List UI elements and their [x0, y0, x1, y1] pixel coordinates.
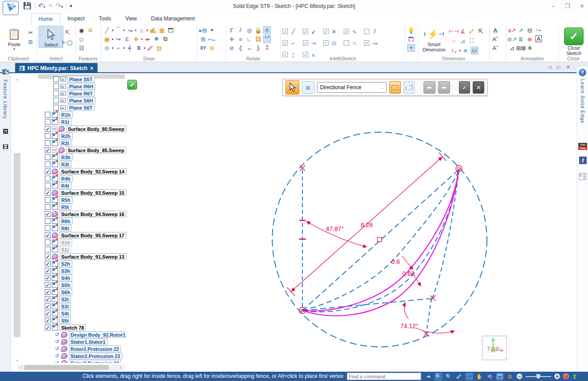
- visibility-checkbox[interactable]: ✓: [45, 296, 51, 302]
- selection-options-button[interactable]: 🗉: [302, 81, 314, 94]
- checkbox-center[interactable]: ✓: [323, 40, 329, 46]
- intellisketch-curve-toggle[interactable]: ✓∿: [344, 27, 363, 35]
- pathfinder-item[interactable]: ✓Surface Body_94.Sweep 16: [22, 210, 126, 217]
- visibility-checkbox[interactable]: ✓: [45, 303, 51, 309]
- pickpoint-icon[interactable]: ⌖: [208, 26, 216, 34]
- callout-box-icon[interactable]: ⊟: [526, 26, 534, 34]
- concentric-icon[interactable]: ◎: [245, 26, 253, 34]
- symmetric-icon[interactable]: ⦃: [236, 44, 244, 52]
- pattern-circle-icon[interactable]: ♽: [86, 26, 94, 34]
- dimension-style-icon[interactable]: ⛶: [468, 37, 476, 45]
- pathfinder-item[interactable]: S1h: [22, 239, 126, 246]
- application-button[interactable]: [3, 1, 19, 15]
- visibility-checkbox[interactable]: [45, 247, 51, 252]
- mirror-icon[interactable]: ⧗: [135, 44, 143, 52]
- pathfinder-item[interactable]: ✓S3h: [22, 267, 126, 274]
- feature-library-tab[interactable]: Feature Library: [3, 79, 8, 119]
- sketch-display-icon[interactable]: 🖽: [1, 127, 10, 136]
- checkbox-midpoint[interactable]: ✓: [303, 29, 308, 34]
- select-handle-icon[interactable]: ⊢▢: [63, 38, 71, 46]
- pathfinder-item[interactable]: ✓Sketch 78: [22, 324, 126, 331]
- close-button[interactable]: ✕: [580, 3, 584, 9]
- inside-fence-button[interactable]: [389, 81, 401, 94]
- revert-link-icon[interactable]: ↺: [54, 346, 60, 352]
- grid-icon[interactable]: ⊞: [199, 35, 207, 43]
- axis-icon[interactable]: ⌐⌙: [208, 35, 216, 43]
- community-icon[interactable]: S: [579, 173, 587, 180]
- pathfinder-item[interactable]: R1h: [22, 111, 126, 118]
- leader-icon[interactable]: a↗: [508, 26, 516, 34]
- zoom-area-icon[interactable]: 🔍: [435, 373, 442, 380]
- grid-options-icon[interactable]: ⊞: [208, 44, 216, 52]
- visibility-checkbox[interactable]: [45, 133, 51, 139]
- youtube-icon[interactable]: YouTube: [578, 143, 587, 150]
- checkbox-tangent-arc[interactable]: [344, 40, 349, 46]
- checkbox-intersection[interactable]: ✓: [323, 29, 329, 34]
- fit-icon[interactable]: ⛶: [466, 373, 473, 380]
- goto-icon[interactable]: ⇨: [52, 126, 57, 132]
- pan-icon[interactable]: ✋: [476, 373, 483, 380]
- tangent-icon[interactable]: ⊘: [227, 44, 235, 52]
- tips-icon[interactable]: 💡: [407, 26, 415, 34]
- pathfinder-item[interactable]: R4t: [22, 182, 126, 189]
- tab-scroll-left-icon[interactable]: ◁: [548, 64, 552, 70]
- rigid-set-icon[interactable]: 🖼: [254, 35, 262, 43]
- symmetry-axis-icon[interactable]: ⦄: [254, 44, 262, 52]
- pathfinder-item[interactable]: Plane R6T: [22, 90, 126, 97]
- edge-condition-icon[interactable]: ⊞⊠: [517, 44, 525, 52]
- revert-link-icon[interactable]: ↺: [54, 353, 60, 359]
- document-tab[interactable]: HPC Mbody.par: Sketch ×: [15, 63, 98, 73]
- center-point-marker[interactable]: [377, 237, 382, 242]
- visibility-checkbox[interactable]: ✓: [45, 275, 51, 281]
- dimension-length[interactable]: 8.28: [361, 221, 372, 228]
- intellisketch-parallel-toggle[interactable]: ⫽: [364, 27, 384, 35]
- copy-icon[interactable]: ⧉: [27, 38, 35, 46]
- zoom-slider[interactable]: [525, 376, 551, 377]
- visibility-checkbox[interactable]: [53, 76, 59, 82]
- tab-list-close-icon[interactable]: ✕: [566, 64, 570, 70]
- offset-icon[interactable]: Ɛ: [123, 35, 131, 43]
- smart-dimension-button[interactable]: ⊦⚡⊣ Smart Dimension: [420, 26, 448, 55]
- pathfinder-item[interactable]: R5t: [22, 203, 126, 210]
- wand-icon[interactable]: 🖉: [455, 373, 463, 380]
- visibility-checkbox[interactable]: ✓: [45, 261, 51, 267]
- visibility-checkbox[interactable]: [45, 140, 51, 146]
- axis-dimension-icon[interactable]: ✕: [462, 47, 470, 55]
- pathfinder-item[interactable]: Plane R6H: [22, 82, 126, 90]
- pathfinder-item[interactable]: ↺Stator1.Stator1: [22, 338, 126, 345]
- pathfinder-item[interactable]: ↺Rotor2.Protrusion 22: [22, 345, 126, 352]
- visibility-checkbox[interactable]: [53, 98, 59, 103]
- restore-button[interactable]: ❐: [564, 3, 570, 9]
- angle-dimension-arc-bottom-2[interactable]: [416, 328, 455, 333]
- visibility-checkbox[interactable]: ✓: [45, 147, 51, 153]
- balloon-icon[interactable]: ⊘↗: [508, 35, 516, 43]
- pathfinder-item[interactable]: S1t: [22, 246, 126, 253]
- xy-coordinate-icon[interactable]: XY: [199, 44, 207, 52]
- help-bubble-icon[interactable]: ?: [579, 69, 586, 76]
- rectangle-icon[interactable]: ▣: [103, 35, 111, 43]
- stretch-icon[interactable]: ⇹: [144, 35, 152, 43]
- arc-dimension-icon[interactable]: ⌢: [450, 37, 458, 45]
- intellisketch-midpoint-toggle[interactable]: ✓⇙: [303, 27, 322, 35]
- suppress-relationship-icon[interactable]: ⁑: [263, 44, 271, 52]
- visibility-checkbox[interactable]: [45, 240, 51, 245]
- visibility-checkbox[interactable]: [45, 225, 51, 231]
- select-region-icon[interactable]: 🗔: [167, 26, 175, 34]
- revert-link-icon[interactable]: ↺: [54, 332, 60, 338]
- visibility-checkbox[interactable]: ✓: [45, 310, 51, 316]
- copy-sketch-icon[interactable]: ⧉: [161, 35, 169, 43]
- select-options-icon[interactable]: ⇱: [63, 28, 71, 36]
- visibility-checkbox[interactable]: ✓: [45, 126, 51, 132]
- fence-mode-dropdown[interactable]: Directional Fence ⌄: [317, 82, 387, 93]
- pathfinder-item[interactable]: R2t: [22, 139, 126, 146]
- freesketch-icon[interactable]: ✍: [149, 26, 157, 34]
- scroll-right-icon[interactable]: ›: [118, 365, 124, 370]
- angle-dimension-arc-bottom-1[interactable]: [404, 302, 408, 319]
- visibility-checkbox[interactable]: [53, 105, 59, 110]
- connect-pts-icon[interactable]: ↔: [245, 44, 253, 52]
- dimension-angle-bottom[interactable]: 74.12°: [400, 322, 419, 330]
- pathfinder-item[interactable]: Plane S6T: [22, 104, 126, 111]
- cancel-button[interactable]: ✕: [473, 81, 484, 94]
- visibility-checkbox[interactable]: [53, 83, 59, 89]
- pathfinder-item[interactable]: ✓S3t: [22, 302, 126, 310]
